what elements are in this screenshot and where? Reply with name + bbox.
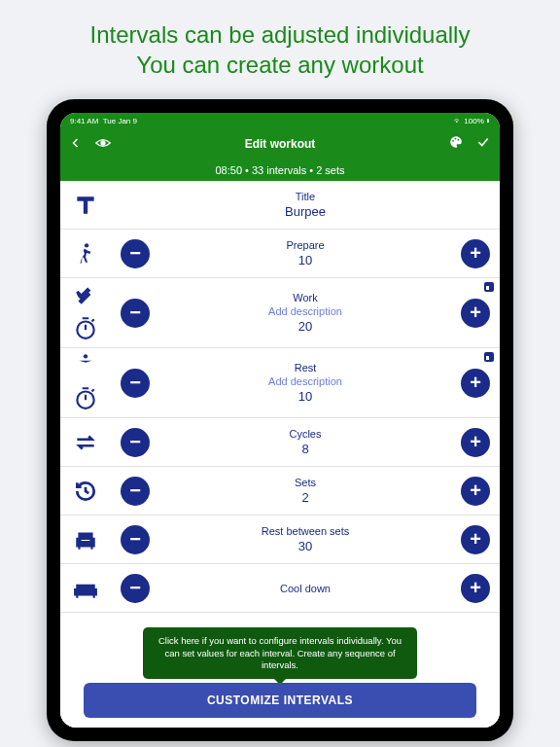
cooldown-minus[interactable]: − <box>121 574 150 603</box>
promo-text: Intervals can be adjusted individually Y… <box>0 0 560 89</box>
row-sets: − Sets 2 + <box>60 467 500 516</box>
row-cooldown: − Cool down + <box>60 564 500 613</box>
row-cycles: − Cycles 8 + <box>60 418 500 467</box>
restbetween-label: Rest between sets <box>262 525 350 537</box>
prepare-label: Prepare <box>286 239 324 251</box>
rest-description[interactable]: Add description <box>268 375 342 387</box>
palette-icon[interactable] <box>449 135 463 153</box>
row-title: Title Burpee <box>60 181 500 230</box>
prepare-minus[interactable]: − <box>121 239 150 268</box>
svg-point-4 <box>85 243 88 247</box>
confirm-icon[interactable] <box>476 135 490 153</box>
screen: 9:41 AM Tue Jan 9 ᯤ 100% ▮ Edit workout <box>60 113 500 728</box>
workout-summary: 08:50 • 33 intervals • 2 sets <box>60 160 500 181</box>
rest-badge-icon[interactable] <box>484 352 494 362</box>
cycles-minus[interactable]: − <box>121 428 150 457</box>
svg-point-1 <box>452 140 454 142</box>
stopwatch-icon <box>73 315 98 344</box>
status-bar: 9:41 AM Tue Jan 9 ᯤ 100% ▮ <box>60 113 500 128</box>
svg-point-6 <box>84 354 88 358</box>
rest-value[interactable]: 10 <box>298 389 312 404</box>
work-value[interactable]: 20 <box>298 319 312 334</box>
promo-line-2: You can create any workout <box>10 50 550 80</box>
rest-plus[interactable]: + <box>461 369 490 398</box>
svg-point-3 <box>457 139 459 141</box>
couch-icon <box>60 564 111 612</box>
work-plus[interactable]: + <box>461 299 490 328</box>
preview-icon[interactable] <box>95 135 111 153</box>
cycles-plus[interactable]: + <box>461 428 490 457</box>
row-rest: − Rest Add description 10 + <box>60 348 500 418</box>
restbetween-plus[interactable]: + <box>461 525 490 554</box>
cooldown-plus[interactable]: + <box>461 574 490 603</box>
tooltip: Click here if you want to configure inte… <box>143 627 417 679</box>
svg-point-0 <box>101 141 105 145</box>
title-icon <box>60 181 111 229</box>
restbetween-minus[interactable]: − <box>121 525 150 554</box>
promo-line-1: Intervals can be adjusted individually <box>10 19 550 50</box>
svg-point-5 <box>77 321 93 338</box>
status-battery: ᯤ 100% ▮ <box>454 117 490 125</box>
app-header: Edit workout <box>60 128 500 160</box>
sets-minus[interactable]: − <box>121 477 150 506</box>
back-icon[interactable] <box>70 135 82 153</box>
rest-label: Rest <box>295 362 317 374</box>
row-work: − Work Add description 20 + <box>60 278 500 348</box>
stretch-icon <box>73 352 98 381</box>
device-frame: 9:41 AM Tue Jan 9 ᯤ 100% ▮ Edit workout <box>47 99 513 741</box>
row-prepare: − Prepare 10 + <box>60 230 500 278</box>
cycles-value[interactable]: 8 <box>301 442 308 456</box>
armchair-icon <box>60 516 111 563</box>
svg-point-2 <box>455 138 457 140</box>
history-icon <box>60 467 111 515</box>
work-description[interactable]: Add description <box>268 305 342 317</box>
prepare-value[interactable]: 10 <box>298 253 312 267</box>
walk-icon <box>60 230 111 277</box>
work-label: Work <box>293 292 317 303</box>
dumbbell-icon <box>73 282 98 311</box>
repeat-icon <box>60 418 111 466</box>
work-minus[interactable]: − <box>121 299 150 328</box>
customize-intervals-button[interactable]: CUSTOMIZE INTERVALS <box>84 683 476 718</box>
title-label: Title <box>296 191 315 202</box>
status-time: 9:41 AM Tue Jan 9 <box>70 117 137 125</box>
sets-plus[interactable]: + <box>461 477 490 506</box>
title-value[interactable]: Burpee <box>285 204 326 219</box>
cycles-label: Cycles <box>289 428 321 440</box>
work-badge-icon[interactable] <box>484 282 494 292</box>
header-title: Edit workout <box>111 137 449 151</box>
prepare-plus[interactable]: + <box>461 239 490 268</box>
sets-value[interactable]: 2 <box>301 490 308 505</box>
row-rest-between: − Rest between sets 30 + <box>60 516 500 564</box>
restbetween-value[interactable]: 30 <box>298 539 312 553</box>
rest-minus[interactable]: − <box>121 369 150 398</box>
cooldown-label: Cool down <box>280 583 331 594</box>
stopwatch-icon <box>73 385 98 414</box>
svg-point-7 <box>77 391 93 408</box>
sets-label: Sets <box>295 477 316 488</box>
